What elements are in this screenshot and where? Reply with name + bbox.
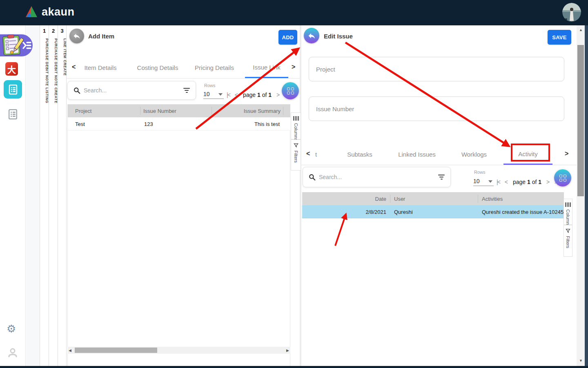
filters-strip-label: Filters bbox=[294, 150, 298, 163]
col-activities: Activities bbox=[482, 196, 503, 202]
cell-issue-number: 123 bbox=[144, 121, 153, 127]
tabs-scroll-right-icon[interactable]: > bbox=[292, 63, 295, 71]
add-button[interactable]: ADD bbox=[278, 30, 297, 45]
vertical-tab-number: 2 bbox=[49, 25, 58, 34]
ledger-outline-icon bbox=[8, 109, 18, 120]
next-page-icon[interactable]: > bbox=[276, 92, 280, 98]
vertical-tab-2[interactable]: 2 PURCHASE DEBIT NOTE CREATE bbox=[49, 25, 58, 366]
filter-list-icon[interactable] bbox=[183, 88, 190, 93]
funnel-icon bbox=[294, 143, 298, 148]
scroll-down-icon[interactable]: ▼ bbox=[579, 359, 583, 363]
issue-link-table-header: Project Issue Number Issue Summary bbox=[68, 104, 290, 117]
cell-issue-summary: This is test bbox=[254, 121, 280, 127]
tab-linked-issues[interactable]: Linked Issues bbox=[394, 144, 439, 165]
issue-link-table-row[interactable]: Test 123 This is test bbox=[68, 117, 290, 130]
search-input[interactable] bbox=[319, 174, 435, 180]
tab-partial[interactable]: t bbox=[313, 144, 319, 165]
grid-icon bbox=[559, 175, 566, 182]
col-user: User bbox=[394, 196, 405, 202]
pagination: |< < page 1 of 1 > >| bbox=[497, 179, 558, 185]
first-page-icon[interactable]: |< bbox=[497, 179, 500, 185]
tab-issue-link[interactable]: Issue Link bbox=[245, 57, 288, 78]
brand-logo[interactable]: akaun bbox=[24, 5, 75, 19]
vertical-scrollbar-thumb[interactable] bbox=[577, 45, 584, 196]
window-edge bbox=[585, 25, 588, 368]
active-applet-menu-button[interactable] bbox=[0, 34, 33, 56]
search-icon bbox=[74, 87, 80, 94]
project-field-label: Project bbox=[316, 66, 335, 73]
issue-number-field[interactable]: Issue Number bbox=[309, 96, 564, 121]
vertical-tab-label: PURCHASE DEBIT NOTE CREATE bbox=[49, 37, 58, 103]
issue-link-table-frame bbox=[67, 104, 290, 368]
filters-strip-label: Filters bbox=[566, 236, 570, 248]
grid-view-button[interactable] bbox=[554, 169, 571, 186]
applet-icon-red[interactable]: 大 bbox=[5, 62, 18, 76]
columns-strip-button[interactable]: Columns bbox=[291, 112, 301, 139]
tab-worklogs[interactable]: Worklogs bbox=[456, 144, 492, 165]
activity-table-header: Date User Activities bbox=[302, 192, 564, 205]
tab-subtasks[interactable]: Subtasks bbox=[341, 144, 378, 165]
vertical-tab-number: 1 bbox=[40, 25, 49, 34]
next-page-icon[interactable]: > bbox=[546, 179, 550, 185]
col-project: Project bbox=[75, 108, 91, 114]
edit-issue-tabs: < t Subtasks Linked Issues Worklogs Acti… bbox=[301, 144, 577, 165]
project-field[interactable]: Project bbox=[309, 57, 564, 81]
sidebar-gap-column bbox=[26, 25, 40, 366]
vertical-tab-1[interactable]: 1 PURCHASE DEBIT NOTE LISTING bbox=[40, 25, 49, 366]
rows-label: Rows bbox=[204, 83, 216, 88]
tabs-scroll-left-icon[interactable]: < bbox=[72, 63, 76, 71]
back-arrow-icon bbox=[307, 31, 316, 40]
pagination: |< < page 1 of 1 > >| bbox=[227, 92, 288, 98]
tabs-scroll-right-icon[interactable]: > bbox=[565, 150, 568, 157]
filters-strip-button[interactable]: Filters bbox=[564, 225, 572, 257]
back-arrow-icon bbox=[73, 32, 81, 40]
filters-strip-button[interactable]: Filters bbox=[291, 139, 301, 171]
applet-sidebar bbox=[0, 25, 26, 366]
tabs-scroll-left-icon[interactable]: < bbox=[306, 150, 310, 157]
back-button[interactable] bbox=[304, 28, 319, 43]
profile-person-icon[interactable] bbox=[8, 348, 18, 359]
prev-page-icon[interactable]: < bbox=[235, 92, 238, 98]
akaun-triangle-icon bbox=[24, 5, 38, 19]
bottom-bar bbox=[0, 366, 588, 368]
applet-icon-ledger-inactive[interactable] bbox=[7, 108, 18, 120]
cell-activities: Qureshi created the issue A-10245 bbox=[482, 209, 564, 215]
ledger-icon bbox=[8, 84, 18, 95]
scroll-right-icon[interactable]: ▶ bbox=[286, 348, 289, 352]
applet-glyph: 大 bbox=[7, 63, 16, 75]
rows-label: Rows bbox=[474, 170, 486, 175]
edit-issue-panel: Edit Issue SAVE Project Issue Number < t… bbox=[301, 25, 577, 366]
columns-strip-label: Columns bbox=[294, 123, 298, 141]
tab-pricing-details[interactable]: Pricing Details bbox=[192, 57, 237, 78]
col-issue-number: Issue Number bbox=[143, 108, 176, 114]
tab-costing-details[interactable]: Costing Details bbox=[135, 57, 180, 78]
search-input[interactable] bbox=[84, 87, 180, 94]
rows-caret-icon[interactable] bbox=[488, 180, 492, 183]
tab-activity[interactable]: Activity bbox=[503, 144, 552, 165]
grid-icon bbox=[287, 88, 294, 94]
rows-caret-icon[interactable] bbox=[218, 93, 223, 96]
vertical-tab-3[interactable]: 3 LINE ITEM CREATE bbox=[58, 25, 67, 366]
funnel-icon bbox=[566, 229, 570, 233]
scroll-left-icon[interactable]: ◀ bbox=[69, 348, 71, 352]
vertical-tab-label: PURCHASE DEBIT NOTE LISTING bbox=[40, 37, 49, 103]
scroll-up-icon[interactable]: ▲ bbox=[579, 28, 583, 32]
expand-menu-icon bbox=[23, 43, 31, 48]
activity-table-row[interactable]: 2/8/2021 Qureshi Qureshi created the iss… bbox=[302, 205, 564, 218]
horizontal-scrollbar-thumb[interactable] bbox=[75, 348, 157, 353]
cell-date: 2/8/2021 bbox=[365, 209, 386, 215]
filter-list-icon[interactable] bbox=[438, 175, 445, 180]
save-button[interactable]: SAVE bbox=[548, 30, 571, 45]
first-page-icon[interactable]: |< bbox=[227, 92, 230, 98]
prev-page-icon[interactable]: < bbox=[505, 179, 508, 185]
applet-icon-ledger-active[interactable] bbox=[4, 80, 22, 99]
issue-number-field-label: Issue Number bbox=[316, 105, 354, 112]
columns-strip-button[interactable]: Columns bbox=[564, 199, 572, 225]
settings-gear-icon[interactable]: ⚙ bbox=[7, 323, 16, 335]
columns-icon bbox=[565, 202, 571, 207]
tab-item-details[interactable]: Item Details bbox=[80, 57, 121, 78]
add-item-panel: Add Item ADD < Item Details Costing Deta… bbox=[67, 25, 300, 366]
back-button[interactable] bbox=[69, 29, 84, 43]
grid-view-button[interactable] bbox=[282, 82, 299, 99]
user-avatar[interactable] bbox=[562, 3, 581, 22]
